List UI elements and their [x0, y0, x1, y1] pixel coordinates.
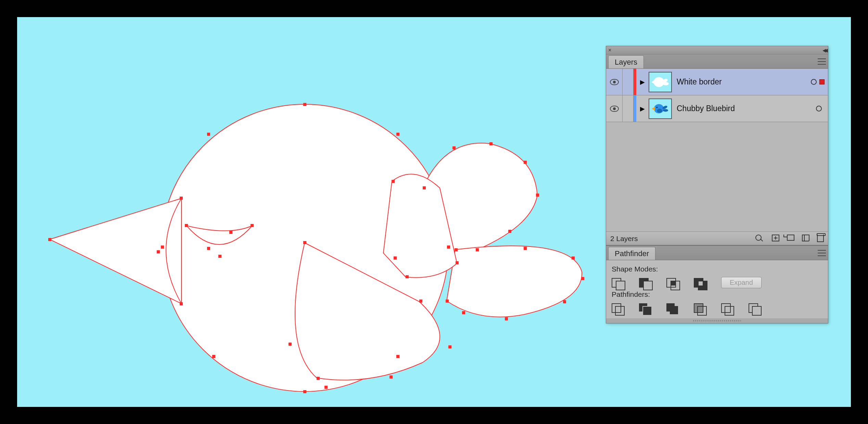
- layers-empty-area[interactable]: [606, 122, 828, 231]
- svg-rect-11: [207, 133, 210, 136]
- svg-rect-13: [161, 246, 164, 249]
- svg-rect-17: [396, 355, 399, 358]
- shape-mode-unite-icon[interactable]: [612, 277, 625, 288]
- svg-rect-20: [406, 275, 409, 278]
- locate-object-icon[interactable]: [755, 235, 764, 243]
- svg-rect-35: [392, 180, 395, 183]
- visibility-toggle[interactable]: [606, 95, 623, 122]
- target-icon[interactable]: [816, 106, 822, 111]
- svg-rect-43: [446, 300, 449, 303]
- svg-rect-40: [563, 300, 566, 303]
- svg-rect-5: [185, 224, 188, 227]
- pathfinder-outline-icon[interactable]: [721, 302, 734, 314]
- svg-rect-21: [419, 300, 422, 303]
- layer-name[interactable]: White border: [677, 77, 811, 87]
- disclosure-triangle-icon[interactable]: ▶: [636, 105, 649, 112]
- svg-point-50: [657, 109, 662, 113]
- svg-rect-2: [180, 197, 183, 200]
- shape-mode-intersect-icon[interactable]: [666, 277, 679, 288]
- svg-rect-33: [476, 248, 479, 251]
- svg-rect-3: [180, 302, 183, 305]
- pathfinder-crop-icon[interactable]: [694, 302, 707, 314]
- delete-layer-icon[interactable]: [817, 235, 824, 242]
- create-sublayer-icon[interactable]: [787, 235, 794, 241]
- pathfinder-body: Shape Modes: Expand Pathfinders:: [606, 260, 828, 318]
- layer-row[interactable]: ▶ White border: [606, 69, 828, 95]
- tab-pathfinder[interactable]: Pathfinder: [608, 247, 655, 260]
- svg-rect-7: [251, 224, 254, 227]
- svg-rect-1: [48, 238, 51, 241]
- make-clipping-mask-icon[interactable]: [772, 235, 779, 241]
- layers-list: ▶ White border ▶ Chubby Bl: [606, 69, 828, 231]
- shape-modes-label: Shape Modes:: [612, 265, 822, 273]
- svg-point-51: [656, 107, 658, 108]
- tab-row: Layers: [606, 54, 828, 69]
- eye-icon: [610, 106, 619, 112]
- svg-rect-37: [524, 247, 527, 250]
- collapse-icon[interactable]: ◀◀: [822, 48, 826, 53]
- shape-mode-exclude-icon[interactable]: [694, 277, 707, 288]
- layer-row[interactable]: ▶ Chubby Bluebird: [606, 95, 828, 122]
- lock-toggle[interactable]: [623, 69, 634, 95]
- pathfinder-minus-back-icon[interactable]: [749, 302, 762, 314]
- svg-rect-34: [456, 261, 459, 264]
- svg-rect-27: [423, 186, 426, 189]
- create-new-layer-icon[interactable]: [802, 235, 809, 241]
- svg-rect-15: [303, 390, 306, 393]
- svg-point-49: [663, 109, 668, 111]
- svg-rect-24: [317, 377, 320, 380]
- pathfinder-trim-icon[interactable]: [639, 302, 652, 314]
- svg-rect-14: [447, 246, 450, 249]
- layers-footer: 2 Layers: [606, 231, 828, 245]
- layers-panel: × ◀◀ Layers ▶ White border: [606, 46, 828, 246]
- svg-rect-9: [229, 231, 232, 234]
- close-icon[interactable]: ×: [608, 47, 611, 53]
- svg-rect-28: [452, 146, 456, 149]
- svg-rect-22: [448, 345, 451, 348]
- pathfinder-panel: Pathfinder Shape Modes: Expand Pathfinde…: [606, 246, 828, 323]
- target-icon[interactable]: [811, 79, 817, 85]
- pathfinders-label: Pathfinders:: [612, 290, 822, 299]
- selected-artwork[interactable]: [17, 17, 599, 407]
- layer-thumbnail[interactable]: [649, 72, 672, 92]
- layer-name[interactable]: Chubby Bluebird: [677, 104, 816, 113]
- layer-color-bar: [634, 69, 636, 95]
- layer-color-bar: [634, 95, 636, 122]
- pathfinder-merge-icon[interactable]: [666, 302, 679, 314]
- disclosure-triangle-icon[interactable]: ▶: [636, 78, 649, 86]
- panel-menu-icon[interactable]: [818, 58, 826, 65]
- svg-rect-6: [218, 255, 221, 258]
- layer-thumbnail[interactable]: [649, 98, 672, 119]
- pathfinder-divide-icon[interactable]: [612, 302, 625, 314]
- svg-rect-25: [289, 343, 292, 346]
- svg-rect-26: [324, 386, 328, 389]
- svg-rect-12: [396, 133, 399, 136]
- svg-rect-42: [462, 311, 465, 314]
- tab-layers[interactable]: Layers: [608, 55, 644, 68]
- tab-row: Pathfinder: [606, 246, 828, 260]
- svg-point-46: [663, 82, 669, 85]
- svg-rect-16: [212, 355, 215, 358]
- visibility-toggle[interactable]: [606, 69, 623, 95]
- lock-toggle[interactable]: [623, 95, 634, 122]
- svg-rect-32: [508, 230, 511, 233]
- svg-rect-39: [581, 277, 584, 280]
- svg-rect-8: [207, 247, 210, 250]
- expand-button: Expand: [721, 277, 762, 288]
- svg-rect-23: [390, 375, 393, 379]
- svg-rect-38: [572, 256, 575, 260]
- panel-menu-icon[interactable]: [818, 250, 826, 256]
- panel-resize-grip[interactable]: [606, 318, 828, 323]
- svg-rect-10: [303, 103, 306, 106]
- svg-rect-31: [536, 194, 539, 197]
- selection-indicator[interactable]: [819, 79, 825, 84]
- layer-count-label: 2 Layers: [610, 235, 638, 243]
- svg-rect-36: [455, 248, 458, 251]
- svg-rect-19: [394, 256, 397, 260]
- artboard[interactable]: × ◀◀ Layers ▶ White border: [17, 17, 851, 407]
- svg-rect-18: [303, 241, 306, 244]
- panel-stack: × ◀◀ Layers ▶ White border: [606, 46, 828, 323]
- svg-rect-29: [489, 142, 493, 145]
- panel-titlebar[interactable]: × ◀◀: [606, 46, 828, 54]
- shape-mode-minus-front-icon[interactable]: [639, 277, 652, 288]
